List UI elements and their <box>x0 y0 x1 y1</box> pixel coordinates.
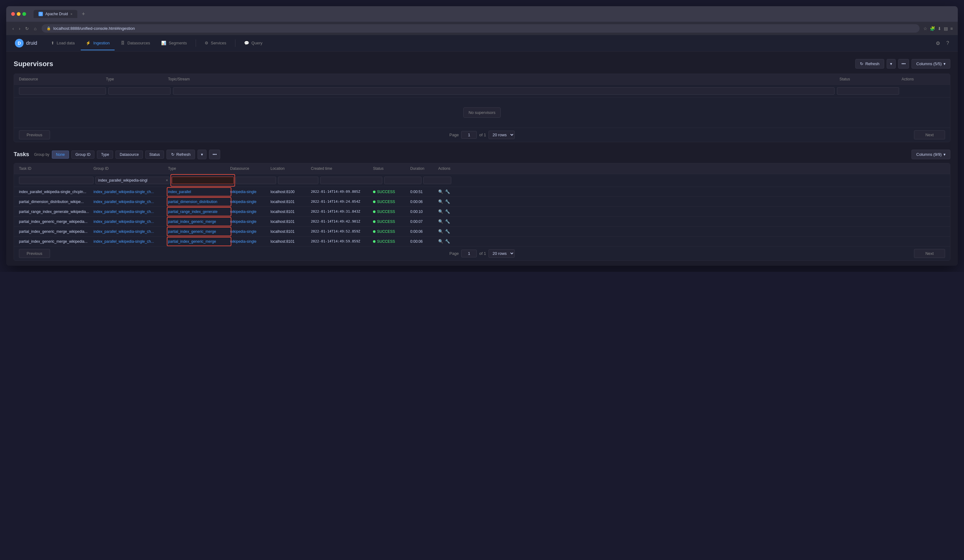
sidebar-icon[interactable]: ▤ <box>944 26 948 31</box>
supervisors-next-button[interactable]: Next <box>914 130 945 140</box>
nav-item-ingestion[interactable]: ⚡ Ingestion <box>81 36 115 50</box>
maximize-window-button[interactable] <box>22 12 26 16</box>
nav-item-segments[interactable]: 📊 Segments <box>156 36 192 50</box>
row4-status-label: SUCCESS <box>377 219 395 224</box>
minimize-window-button[interactable] <box>17 12 21 16</box>
nav-separator <box>195 39 196 47</box>
tasks-columns-button[interactable]: Columns (9/9) ▾ <box>912 149 950 159</box>
downloads-icon[interactable]: ⬇ <box>938 26 941 31</box>
url-bar[interactable]: 🔒 localhost:8888/unified-console.html#in… <box>42 24 920 32</box>
tasks-previous-button[interactable]: Previous <box>19 249 50 258</box>
group-id-button[interactable]: Group ID <box>72 151 95 159</box>
supervisors-refresh-button[interactable]: ↻ Refresh <box>855 59 884 68</box>
supervisors-topic-filter[interactable] <box>173 87 834 95</box>
row6-group-id[interactable]: index_parallel_wikipedia-single_ch... <box>93 239 168 243</box>
tasks-col-location: Location <box>270 166 311 171</box>
row2-datasource[interactable]: wikipedia-single <box>230 200 270 204</box>
tasks-rows-select[interactable]: 20 rows <box>489 249 515 258</box>
settings-button[interactable]: ⚙ <box>933 38 943 49</box>
security-icon: 🔒 <box>47 26 51 31</box>
tasks-task-id-filter[interactable] <box>19 177 93 184</box>
druid-logo[interactable]: D druid <box>12 35 40 51</box>
row1-view-icon[interactable]: 🔍 <box>438 189 443 194</box>
row4-task-id: partial_index_generic_merge_wikipedia... <box>19 219 93 224</box>
row6-type[interactable]: partial_index_generic_merge <box>168 239 216 243</box>
row3-type[interactable]: partial_range_index_generate <box>168 209 217 214</box>
row4-type[interactable]: partial_index_generic_merge <box>168 219 216 224</box>
row6-datasource[interactable]: wikipedia-single <box>230 239 270 243</box>
tasks-next-button[interactable]: Next <box>914 249 945 258</box>
tasks-type-filter[interactable] <box>172 177 234 184</box>
tab-close-button[interactable]: × <box>70 12 72 16</box>
row4-datasource[interactable]: wikipedia-single <box>230 219 270 224</box>
row2-type[interactable]: partial_dimension_distribution <box>168 200 217 204</box>
tasks-group-id-clear-button[interactable]: × <box>166 179 168 182</box>
row3-group-id[interactable]: index_parallel_wikipedia-single_ch... <box>93 209 168 214</box>
menu-icon[interactable]: ≡ <box>950 26 953 31</box>
row3-wrench-icon[interactable]: 🔧 <box>445 209 450 214</box>
row6-duration: 0:00:06 <box>410 239 438 243</box>
tasks-page-input[interactable] <box>461 250 477 257</box>
row1-group-id[interactable]: index_parallel_wikipedia-single_ch... <box>93 190 168 194</box>
group-type-button[interactable]: Type <box>97 151 113 159</box>
supervisors-type-filter[interactable] <box>108 87 171 95</box>
tasks-group-id-filter[interactable] <box>95 177 170 184</box>
supervisors-previous-button[interactable]: Previous <box>19 130 50 140</box>
supervisors-rows-select[interactable]: 20 rows <box>489 131 515 139</box>
row3-view-icon[interactable]: 🔍 <box>438 209 443 214</box>
row1-type[interactable]: index_parallel <box>168 190 191 194</box>
supervisors-status-filter[interactable] <box>837 87 899 95</box>
tasks-location-filter[interactable] <box>278 177 318 184</box>
col-header-status: Status <box>839 77 902 81</box>
tasks-created-filter[interactable] <box>320 177 382 184</box>
row6-view-icon[interactable]: 🔍 <box>438 239 443 243</box>
tasks-status-filter[interactable] <box>384 177 422 184</box>
row2-view-icon[interactable]: 🔍 <box>438 199 443 204</box>
supervisors-columns-button[interactable]: Columns (5/5) ▾ <box>912 59 950 68</box>
nav-item-services[interactable]: ⚙ Services <box>200 36 231 50</box>
row4-status: SUCCESS <box>373 219 410 224</box>
row5-wrench-icon[interactable]: 🔧 <box>445 229 450 234</box>
row6-wrench-icon[interactable]: 🔧 <box>445 239 450 243</box>
row5-type[interactable]: partial_index_generic_merge <box>168 229 216 234</box>
row6-task-id: partial_index_generic_merge_wikipedia... <box>19 239 93 243</box>
supervisors-dropdown-button[interactable]: ▾ <box>887 59 896 68</box>
traffic-lights <box>11 12 26 16</box>
home-button[interactable]: ⌂ <box>33 26 37 32</box>
tasks-datasource-filter[interactable] <box>236 177 276 184</box>
supervisors-more-button[interactable]: ••• <box>898 59 909 68</box>
nav-item-load-data[interactable]: ⬆ Load data <box>46 36 80 50</box>
supervisors-page-input[interactable] <box>461 131 477 139</box>
row3-datasource[interactable]: wikipedia-single <box>230 209 270 214</box>
row2-group-id[interactable]: index_parallel_wikipedia-single_ch... <box>93 200 168 204</box>
group-datasource-button[interactable]: Datasource <box>116 151 143 159</box>
row5-view-icon[interactable]: 🔍 <box>438 229 443 234</box>
row2-location: localhost:8101 <box>270 200 311 204</box>
row4-wrench-icon[interactable]: 🔧 <box>445 219 450 224</box>
nav-item-query[interactable]: 💬 Query <box>239 36 267 50</box>
bookmark-icon[interactable]: ☆ <box>923 26 927 31</box>
tasks-duration-filter[interactable] <box>423 177 451 184</box>
row5-group-id[interactable]: index_parallel_wikipedia-single_ch... <box>93 229 168 234</box>
row4-view-icon[interactable]: 🔍 <box>438 219 443 224</box>
row4-group-id[interactable]: index_parallel_wikipedia-single_ch... <box>93 219 168 224</box>
back-button[interactable]: ‹ <box>11 26 15 32</box>
group-none-button[interactable]: None <box>52 151 69 159</box>
tasks-more-button[interactable]: ••• <box>209 149 220 159</box>
reload-button[interactable]: ↻ <box>24 26 30 32</box>
tasks-refresh-dropdown-button[interactable]: ▾ <box>197 149 207 159</box>
new-tab-button[interactable]: + <box>80 10 87 18</box>
close-window-button[interactable] <box>11 12 15 16</box>
row5-datasource[interactable]: wikipedia-single <box>230 229 270 234</box>
browser-tab[interactable]: D Apache Druid × <box>34 10 77 18</box>
extensions-icon[interactable]: 🧩 <box>930 26 935 31</box>
row2-wrench-icon[interactable]: 🔧 <box>445 199 450 204</box>
tasks-refresh-button[interactable]: ↻ Refresh <box>166 149 195 159</box>
supervisors-datasource-filter[interactable] <box>19 87 106 95</box>
row1-datasource[interactable]: wikipedia-single <box>230 190 270 194</box>
group-status-button[interactable]: Status <box>145 151 164 159</box>
forward-button[interactable]: › <box>18 26 22 32</box>
row1-wrench-icon[interactable]: 🔧 <box>445 189 450 194</box>
help-button[interactable]: ? <box>944 38 952 49</box>
nav-item-datasources[interactable]: 🗄 Datasources <box>116 36 155 50</box>
